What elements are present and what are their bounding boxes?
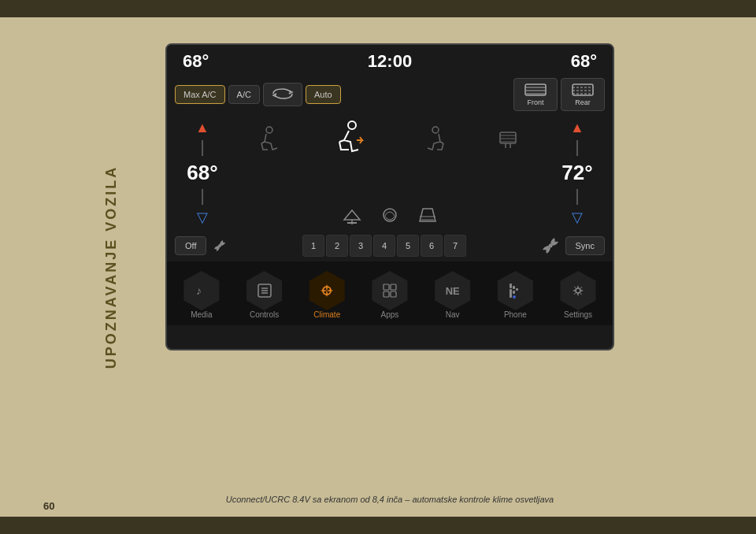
svg-point-40 bbox=[513, 295, 516, 299]
climate-screen: 68° 12:00 68° Max A/C A/C Auto bbox=[165, 43, 614, 350]
front-label: Front bbox=[527, 98, 543, 106]
nav-item-phone[interactable]: Phone bbox=[489, 268, 541, 322]
svg-rect-32 bbox=[384, 291, 389, 297]
speed-btn-4[interactable]: 4 bbox=[373, 235, 395, 257]
right-temp-down[interactable]: ▽ bbox=[572, 209, 583, 226]
status-bar: 68° 12:00 68° bbox=[167, 45, 613, 78]
controls-icon bbox=[256, 282, 273, 299]
nav-label-phone: Phone bbox=[504, 310, 527, 319]
speed-buttons: 1 2 3 4 5 6 7 bbox=[233, 235, 535, 257]
bottom-nav: ♪ Media Controls bbox=[167, 261, 613, 325]
page-number: 60 bbox=[43, 500, 54, 512]
settings-icon bbox=[569, 282, 587, 299]
left-temp-value: 68° bbox=[187, 161, 217, 185]
max-ac-button[interactable]: Max A/C bbox=[175, 85, 225, 104]
vertical-label: UPOZNAVANJE VOZILA bbox=[103, 165, 120, 369]
apps-icon bbox=[381, 282, 398, 299]
temp-right-status: 68° bbox=[571, 51, 597, 72]
svg-point-41 bbox=[576, 288, 580, 293]
speed-btn-5[interactable]: 5 bbox=[397, 235, 419, 257]
svg-rect-37 bbox=[513, 286, 515, 289]
auto-button[interactable]: Auto bbox=[306, 85, 341, 104]
nav-hex-controls bbox=[245, 271, 284, 310]
right-temp-line-bottom bbox=[576, 189, 578, 205]
right-temp-line-top bbox=[576, 140, 578, 156]
left-temp-up[interactable]: ▲ bbox=[195, 120, 209, 136]
left-temp-line-bottom bbox=[202, 189, 203, 205]
recirculate-icon bbox=[272, 87, 294, 100]
climate-main-area: ▲ 68° ▽ bbox=[167, 116, 613, 230]
main-seat-icon bbox=[335, 120, 370, 159]
nav-item-settings[interactable]: Settings bbox=[552, 268, 604, 322]
windshield-heat-icon[interactable] bbox=[417, 204, 439, 226]
svg-point-9 bbox=[348, 121, 356, 129]
front-vent-button[interactable]: Front bbox=[513, 78, 558, 111]
sync-button[interactable]: Sync bbox=[565, 236, 605, 255]
left-temp-control: ▲ 68° ▽ bbox=[175, 116, 230, 230]
nav-item-climate[interactable]: Climate bbox=[301, 268, 353, 322]
nav-item-media[interactable]: ♪ Media bbox=[176, 268, 228, 322]
media-icon: ♪ bbox=[193, 282, 210, 299]
climate-top-row: Max A/C A/C Auto Front bbox=[167, 78, 613, 116]
svg-rect-33 bbox=[391, 291, 396, 297]
seat-icons-row bbox=[230, 120, 550, 159]
front-vent-icon bbox=[524, 83, 547, 97]
nav-hex-nav: NE bbox=[433, 271, 472, 310]
nav-hex-media: ♪ bbox=[182, 271, 221, 310]
svg-rect-31 bbox=[391, 284, 396, 290]
airflow-icons-row bbox=[341, 204, 439, 226]
nav-hex-climate bbox=[307, 271, 346, 310]
speed-btn-2[interactable]: 2 bbox=[326, 235, 348, 257]
recirculate-button[interactable] bbox=[263, 83, 302, 106]
fan-speed-row: Off 1 2 3 4 5 6 7 bbox=[167, 230, 613, 261]
rear-vent-button[interactable]: Rear bbox=[561, 78, 605, 111]
svg-point-10 bbox=[432, 127, 439, 133]
nav-item-controls[interactable]: Controls bbox=[239, 268, 291, 322]
speed-btn-6[interactable]: 6 bbox=[421, 235, 443, 257]
nav-hex-phone bbox=[495, 271, 535, 310]
svg-point-8 bbox=[266, 127, 272, 133]
right-seat-heat-icon[interactable] bbox=[421, 126, 445, 154]
hands-heat-icon[interactable] bbox=[379, 204, 401, 226]
speed-btn-1[interactable]: 1 bbox=[302, 235, 324, 257]
temp-left-status: 68° bbox=[183, 51, 209, 72]
fan-off-button[interactable]: Off bbox=[175, 236, 206, 255]
nav-label-nav: Nav bbox=[446, 310, 460, 319]
svg-text:♪: ♪ bbox=[196, 284, 202, 297]
svg-rect-34 bbox=[510, 284, 512, 288]
floor-heat-icon[interactable] bbox=[341, 204, 363, 226]
rear-label: Rear bbox=[575, 98, 591, 106]
svg-rect-30 bbox=[384, 284, 389, 290]
nav-hex-apps bbox=[370, 271, 410, 310]
speed-btn-3[interactable]: 3 bbox=[350, 235, 372, 257]
fan-icon-left bbox=[211, 237, 228, 254]
fan-icon-right bbox=[540, 235, 561, 256]
svg-rect-38 bbox=[513, 291, 515, 294]
speed-btn-7[interactable]: 7 bbox=[444, 235, 466, 257]
nav-ne-text: NE bbox=[446, 285, 460, 297]
nav-item-apps[interactable]: Apps bbox=[364, 268, 416, 322]
svg-rect-39 bbox=[516, 288, 518, 291]
left-temp-down[interactable]: ▽ bbox=[197, 209, 208, 226]
right-temp-up[interactable]: ▲ bbox=[570, 120, 584, 136]
nav-label-media: Media bbox=[191, 310, 212, 319]
nav-hex-settings bbox=[558, 271, 598, 310]
nav-label-climate: Climate bbox=[313, 310, 340, 319]
nav-label-controls: Controls bbox=[250, 310, 279, 319]
rear-seat-vent-icon[interactable] bbox=[496, 126, 520, 154]
svg-rect-36 bbox=[510, 293, 512, 298]
nav-item-nav[interactable]: NE Nav bbox=[427, 268, 479, 322]
phone-icon bbox=[506, 282, 524, 299]
nav-label-apps: Apps bbox=[381, 310, 399, 319]
ac-button[interactable]: A/C bbox=[228, 85, 260, 104]
rear-vent-icon bbox=[571, 83, 595, 97]
left-seat-heat-icon[interactable] bbox=[260, 126, 284, 154]
left-temp-line-top bbox=[202, 140, 203, 156]
bottom-bar bbox=[0, 517, 756, 534]
right-temp-value: 72° bbox=[561, 161, 592, 185]
nav-label-settings: Settings bbox=[564, 310, 592, 319]
right-temp-control: ▲ 72° ▽ bbox=[550, 116, 605, 230]
top-bar bbox=[0, 0, 756, 17]
climate-center bbox=[230, 116, 550, 230]
climate-icon bbox=[317, 281, 336, 300]
